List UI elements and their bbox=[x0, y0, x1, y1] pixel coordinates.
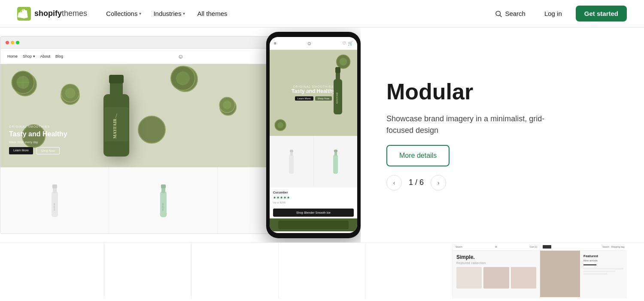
svg-text:MAYFAIR: MAYFAIR bbox=[336, 92, 338, 104]
star-5: ★ bbox=[287, 196, 290, 200]
right-mockup-nav-right: Search Shopping bag bbox=[602, 246, 624, 248]
simple-browser-mockup: Search H Cart (1) Simple. Featured colle… bbox=[453, 243, 540, 298]
simple-mockup-nav-left: Search bbox=[456, 246, 462, 248]
star-3: ★ bbox=[280, 196, 283, 200]
bottle-mint-icon: MAYFAIR bbox=[156, 182, 171, 221]
login-button[interactable]: Log in bbox=[538, 6, 569, 21]
right-mockup-text: Featured New arrivals bbox=[580, 251, 627, 297]
svg-rect-44 bbox=[334, 150, 337, 152]
svg-text:MAYFAIR: MAYFAIR bbox=[112, 118, 117, 138]
collections-chevron-icon: ▾ bbox=[139, 11, 141, 16]
theme-preview: Home Shop ▾ About Blog ☺ 👤 🔍 🛒 bbox=[0, 28, 361, 243]
thumbnail-empty-4 bbox=[279, 243, 366, 298]
next-page-button[interactable]: › bbox=[431, 175, 446, 190]
mockup-hero-subtitle: ORIGINAL SMOOTHIES bbox=[9, 125, 67, 128]
phone-cucumber-icon bbox=[274, 119, 287, 132]
simple-product-1 bbox=[456, 267, 482, 289]
thumbnail-empty-3 bbox=[191, 243, 279, 298]
phone-product-1 bbox=[270, 136, 314, 187]
search-icon bbox=[495, 10, 502, 18]
simple-product-2 bbox=[483, 267, 509, 289]
svg-rect-21 bbox=[52, 184, 57, 188]
collections-nav-link[interactable]: Collections ▾ bbox=[101, 6, 146, 21]
phone-menu-icon: ≡ bbox=[274, 41, 276, 46]
logo-text: shopifythemes bbox=[34, 9, 87, 18]
phone-bottle-icon: MAYFAIR bbox=[327, 63, 349, 119]
phone-section: Cucumber ★ ★ ★ ★ ★ Up to $200 bbox=[270, 187, 357, 209]
mockup-product-1: MAYFAIR bbox=[0, 167, 109, 234]
mockup-product-2: MAYFAIR bbox=[109, 167, 218, 234]
svg-text:MAYFAIR: MAYFAIR bbox=[53, 203, 55, 211]
right-mockup-logo bbox=[543, 245, 551, 249]
cucumber-slice-icon bbox=[219, 96, 236, 114]
svg-rect-37 bbox=[335, 67, 340, 73]
svg-rect-42 bbox=[333, 155, 338, 174]
logo[interactable]: shopifythemes bbox=[17, 7, 87, 21]
traffic-lights bbox=[6, 41, 19, 44]
right-browser-mockup: Search Shopping bag Featured New arrival… bbox=[540, 243, 627, 298]
phone-cta-button: Shop Blender Smooth Ice bbox=[273, 209, 354, 217]
phone-rating: ★ ★ ★ ★ ★ bbox=[273, 196, 354, 200]
search-button[interactable]: Search bbox=[489, 6, 531, 21]
bottom-thumbnails: Search H Cart (1) Simple. Featured colle… bbox=[0, 243, 644, 298]
mockup-shop-now-button: Shop Now bbox=[36, 147, 60, 154]
phone-hero-area: ORIGINAL SMOOTHIES Tasty and Healthy Lea… bbox=[270, 50, 357, 136]
svg-line-2 bbox=[500, 15, 502, 17]
simple-mockup-nav: Search H Cart (1) bbox=[453, 243, 540, 251]
industries-nav-link[interactable]: Industries ▾ bbox=[148, 6, 190, 21]
phone-bottle-mint-icon bbox=[330, 148, 341, 176]
right-item-3 bbox=[583, 273, 608, 275]
nav-links: Collections ▾ Industries ▾ All themes bbox=[101, 6, 232, 21]
svg-rect-25 bbox=[161, 184, 166, 188]
star-2: ★ bbox=[276, 196, 279, 200]
phone-up-next-label: Up to $200 bbox=[273, 201, 354, 204]
right-mockup-image bbox=[540, 251, 580, 297]
minimize-dot bbox=[11, 41, 14, 44]
thumbnail-empty-1 bbox=[17, 243, 104, 298]
thumbnail-empty-5 bbox=[366, 243, 453, 298]
mockup-hero-desc: Made fresh every day bbox=[9, 141, 67, 144]
svg-text:/: / bbox=[115, 113, 117, 119]
nav-right: Search Log in Get started bbox=[489, 6, 627, 22]
industries-chevron-icon: ▾ bbox=[183, 11, 185, 16]
right-item-1 bbox=[583, 268, 623, 270]
phone-cart-icon: 🛒 bbox=[348, 41, 353, 46]
phone-bottle-white-icon bbox=[286, 148, 297, 176]
svg-point-1 bbox=[496, 11, 501, 16]
svg-text:MAYFAIR: MAYFAIR bbox=[161, 203, 164, 211]
svg-point-10 bbox=[176, 71, 190, 85]
cucumber-slice-icon bbox=[170, 65, 196, 91]
more-details-button[interactable]: More details bbox=[386, 145, 450, 166]
bottle-icon: MAYFAIR / bbox=[78, 68, 155, 163]
simple-brand-name: Simple. bbox=[456, 254, 536, 260]
right-theme-thumbnail[interactable]: Search Shopping bag Featured New arrival… bbox=[540, 243, 627, 298]
simple-product-row bbox=[456, 267, 536, 289]
phone-product-row bbox=[270, 136, 357, 187]
simple-theme-thumbnail[interactable]: Search H Cart (1) Simple. Featured colle… bbox=[453, 243, 540, 298]
thumbnail-empty-2 bbox=[104, 243, 191, 298]
phone-hero-overlay: ORIGINAL SMOOTHIES Tasty and Healthy Lea… bbox=[270, 50, 357, 136]
mockup-learn-more-button: Learn More bbox=[9, 147, 33, 154]
right-mockup-nav: Search Shopping bag bbox=[540, 243, 627, 251]
svg-rect-15 bbox=[109, 75, 124, 83]
hero-text-panel: Modular Showcase brand imagery in a mini… bbox=[361, 62, 627, 207]
shopify-logo-icon bbox=[17, 7, 31, 21]
prev-page-button[interactable]: ‹ bbox=[386, 175, 402, 190]
right-item-2 bbox=[583, 270, 615, 272]
phone-product-title: Cucumber bbox=[273, 191, 354, 194]
get-started-button[interactable]: Get started bbox=[576, 6, 627, 22]
mockup-hero-text: ORIGINAL SMOOTHIES Tasty and Healthy Mad… bbox=[9, 125, 67, 154]
star-1: ★ bbox=[273, 196, 276, 200]
nav-left: shopifythemes Collections ▾ Industries ▾… bbox=[17, 6, 233, 21]
svg-point-34 bbox=[277, 122, 283, 128]
mockup-hero-title: Tasty and Healthy bbox=[9, 130, 67, 138]
phone-mockup: ≡ ☺ ♡ 🛒 bbox=[266, 32, 361, 238]
cucumber-slice-icon bbox=[61, 83, 80, 103]
hero-section: Home Shop ▾ About Blog ☺ 👤 🔍 🛒 bbox=[0, 28, 644, 243]
cucumber-slice-icon bbox=[11, 71, 35, 94]
phone-logo-icon: ☺ bbox=[307, 40, 312, 46]
phone-wishlist-icon: ♡ bbox=[342, 41, 346, 46]
all-themes-nav-link[interactable]: All themes bbox=[192, 6, 232, 21]
simple-product-3 bbox=[511, 267, 536, 289]
right-mockup-divider bbox=[583, 264, 596, 265]
